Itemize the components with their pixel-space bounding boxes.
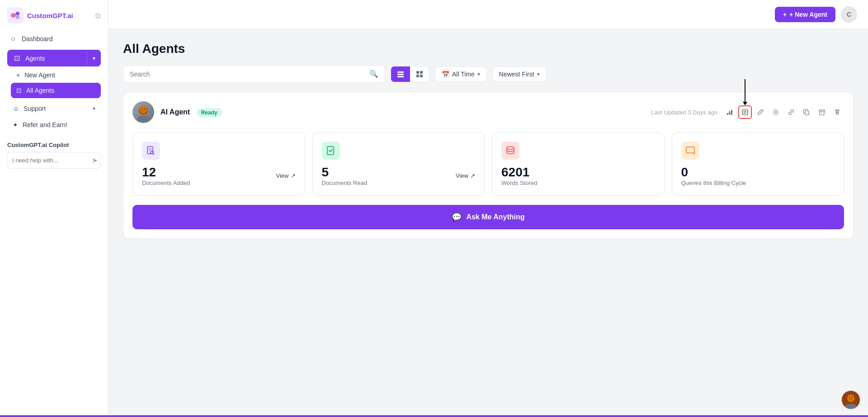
svg-rect-19 <box>729 111 731 115</box>
new-agent-button[interactable]: + + New Agent <box>775 7 835 22</box>
delete-icon[interactable] <box>830 105 844 119</box>
docs-read-view-link[interactable]: View ↗ <box>456 172 475 179</box>
svg-point-1 <box>11 13 15 18</box>
calendar-icon: 📅 <box>442 71 449 78</box>
sort-filter-chevron-icon: ▾ <box>537 71 540 77</box>
external-link-icon: ↗ <box>291 172 296 179</box>
sidebar-item-dashboard[interactable]: ○ Dashboard <box>4 31 104 47</box>
docs-read-bottom: 5 Documents Read View ↗ <box>322 165 476 186</box>
stat-card-docs-added: 12 Documents Added View ↗ <box>132 132 305 196</box>
document-check-icon <box>326 145 336 156</box>
analytics-icon[interactable] <box>723 105 736 119</box>
svg-rect-7 <box>397 74 404 75</box>
agents-header: ⊡ Agents ▾ <box>7 50 101 66</box>
agents-label: Agents <box>25 55 45 62</box>
agents-submenu: + New Agent ⊡ All Agents <box>7 67 101 98</box>
logo-icon <box>7 7 24 24</box>
words-icon <box>501 142 519 160</box>
sidebar-logo: CustomGPT.ai ⊙ <box>0 7 108 31</box>
all-agents-label: All Agents <box>26 87 54 94</box>
agent-header: AI Agent Ready Last Updated 3 Days ago <box>132 101 844 123</box>
sidebar-item-support[interactable]: ☺ Support ▾ <box>4 101 104 116</box>
avatar-letter: C <box>847 11 851 18</box>
svg-point-41 <box>851 397 853 398</box>
stat-card-words: 6201 Words Stored <box>492 132 665 196</box>
main-area: + + New Agent C All Agents 🔍 <box>108 0 868 417</box>
logo-text: CustomGPT.ai <box>27 12 73 19</box>
clock-icon[interactable]: ⊙ <box>95 11 101 20</box>
sidebar: CustomGPT.ai ⊙ ○ Dashboard ⊡ Agents ▾ + … <box>0 0 108 417</box>
support-chevron-icon: ▾ <box>93 105 95 112</box>
agent-card: AI Agent Ready Last Updated 3 Days ago <box>123 92 854 239</box>
svg-rect-36 <box>327 147 334 155</box>
chat-icon: 💬 <box>452 212 462 222</box>
svg-point-3 <box>16 15 19 19</box>
sidebar-item-refer[interactable]: ✦ Refer and Earn! <box>4 117 104 133</box>
search-input[interactable] <box>130 71 366 78</box>
status-badge: Ready <box>197 108 222 117</box>
bottom-right-avatar[interactable] <box>841 390 861 410</box>
sidebar-item-new-agent[interactable]: + New Agent <box>11 67 101 83</box>
docs-added-label: Documents Added <box>142 180 190 186</box>
copy-icon[interactable] <box>800 105 813 119</box>
queries-number: 0 <box>681 165 835 180</box>
svg-rect-18 <box>727 113 728 115</box>
copilot-input[interactable] <box>12 157 88 164</box>
agents-icon: ⊡ <box>13 54 21 62</box>
last-updated-text: Last Updated 3 Days ago <box>651 109 717 116</box>
words-label: Words Stored <box>501 180 655 186</box>
words-number: 6201 <box>501 165 655 180</box>
arrow-annotation <box>743 79 747 105</box>
support-left: ☺ Support <box>13 105 46 112</box>
share-link-icon[interactable] <box>784 105 798 119</box>
docs-read-number: 5 <box>322 165 367 180</box>
documents-icon[interactable] <box>738 105 752 119</box>
svg-point-39 <box>847 394 854 402</box>
docs-read-icon <box>322 142 340 160</box>
refer-label: Refer and Earn! <box>23 121 67 128</box>
stat-card-queries: 0 Queries this Billing Cycle <box>672 132 844 196</box>
list-view-button[interactable] <box>391 66 410 82</box>
copilot-section: CustomGPT.ai Copilot ➤ <box>0 142 108 169</box>
view-toggle <box>391 66 429 82</box>
bottom-bar <box>0 415 868 417</box>
sort-filter-label: Newest First <box>499 71 534 78</box>
database-icon <box>505 145 516 156</box>
svg-point-25 <box>775 111 777 114</box>
agent-actions: Last Updated 3 Days ago <box>651 105 844 119</box>
settings-icon[interactable] <box>769 105 783 119</box>
svg-point-14 <box>140 106 147 113</box>
svg-rect-20 <box>731 110 732 115</box>
logo-area: CustomGPT.ai <box>7 7 73 24</box>
sort-filter-button[interactable]: Newest First ▾ <box>492 66 547 82</box>
sidebar-item-agents[interactable]: ⊡ Agents <box>7 50 87 66</box>
page-title: All Agents <box>123 42 854 56</box>
support-label: Support <box>24 105 46 112</box>
agent-avatar-inner <box>132 101 154 123</box>
time-filter-button[interactable]: 📅 All Time ▾ <box>435 66 487 82</box>
chat-bubble-icon <box>685 145 696 156</box>
ask-me-anything-bar[interactable]: 💬 Ask Me Anything <box>132 205 844 229</box>
grid-view-button[interactable] <box>410 66 429 82</box>
agents-chevron-icon[interactable]: ▾ <box>87 51 101 66</box>
search-box: 🔍 <box>123 65 385 83</box>
sidebar-item-all-agents[interactable]: ⊡ All Agents <box>11 83 101 98</box>
svg-rect-17 <box>137 116 150 121</box>
copilot-send-icon[interactable]: ➤ <box>92 156 98 165</box>
docs-added-view-link[interactable]: View ↗ <box>276 172 296 179</box>
pencil-icon <box>757 109 764 116</box>
edit-link-icon[interactable] <box>754 105 767 119</box>
trash-icon <box>834 109 841 116</box>
stat-card-docs-read: 5 Documents Read View ↗ <box>312 132 485 196</box>
docs-added-icon <box>142 142 160 160</box>
gear-icon <box>772 109 779 116</box>
docs-read-label: Documents Read <box>322 180 367 186</box>
svg-rect-6 <box>397 71 404 73</box>
archive-icon[interactable] <box>815 105 829 119</box>
queries-icon <box>681 142 699 160</box>
user-avatar[interactable]: C <box>841 6 857 23</box>
svg-point-16 <box>144 109 146 110</box>
copilot-title: CustomGPT.ai Copilot <box>7 142 101 148</box>
external-link-icon-2: ↗ <box>470 172 475 179</box>
docs-added-number: 12 <box>142 165 190 180</box>
